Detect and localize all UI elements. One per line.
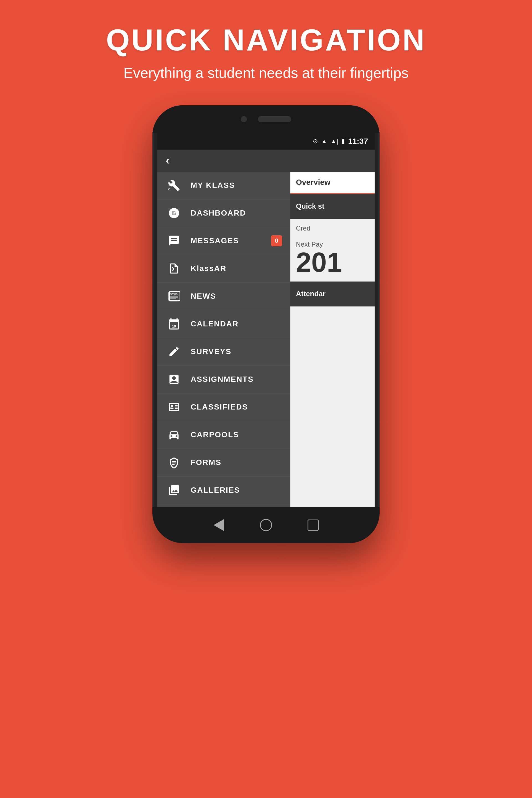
sidebar-item-dashboard[interactable]: DASHBOARD bbox=[157, 200, 290, 227]
app-toolbar: ‹ bbox=[157, 150, 375, 172]
messages-icon bbox=[166, 232, 182, 249]
screen-content: MY KLASS DASHBOARD bbox=[157, 172, 375, 507]
page-subtitle: Everything a student needs at their fing… bbox=[106, 63, 426, 83]
attendance-block: Attendar bbox=[290, 282, 375, 306]
quick-start-block: Quick st bbox=[290, 194, 375, 219]
speaker-grille bbox=[258, 116, 291, 122]
calendar-label: CALENDAR bbox=[191, 320, 282, 328]
attendance-label: Attendar bbox=[296, 289, 326, 298]
page-header: QUICK NAVIGATION Everything a student ne… bbox=[106, 22, 426, 83]
sidebar-item-forms[interactable]: FORMS bbox=[157, 449, 290, 477]
news-label: NEWS bbox=[191, 292, 282, 301]
sidebar-item-galleries[interactable]: GALLERIES bbox=[157, 477, 290, 504]
signal-icon: ▲| bbox=[330, 138, 338, 145]
sidebar-item-classifieds[interactable]: CLASSIFIEDS bbox=[157, 394, 290, 421]
dashboard-icon bbox=[166, 205, 182, 222]
back-button[interactable]: ‹ bbox=[166, 154, 169, 167]
app-panel: Overview Quick st Cred Next Pay 201 Atte… bbox=[290, 172, 375, 507]
messages-label: MESSAGES bbox=[191, 236, 271, 245]
svg-point-1 bbox=[173, 212, 175, 214]
page-title: QUICK NAVIGATION bbox=[106, 22, 426, 57]
carpools-icon bbox=[166, 426, 182, 443]
quick-start-label: Quick st bbox=[296, 202, 324, 211]
galleries-label: GALLERIES bbox=[191, 486, 282, 495]
forms-icon bbox=[166, 454, 182, 471]
next-pay-section: Next Pay 201 bbox=[290, 238, 375, 279]
classifieds-icon bbox=[166, 399, 182, 415]
sidebar-item-assignments[interactable]: ASSIGNMENTS bbox=[157, 366, 290, 394]
classifieds-label: CLASSIFIEDS bbox=[191, 403, 282, 412]
klassar-icon bbox=[166, 260, 182, 277]
sidebar-item-calendar[interactable]: 10 CALENDAR bbox=[157, 310, 290, 338]
clock: 11:37 bbox=[348, 137, 368, 146]
svg-point-10 bbox=[171, 405, 173, 407]
phone-frame: ⊘ ▲ ▲| ▮ 11:37 ‹ bbox=[152, 105, 380, 543]
forms-label: FORMS bbox=[191, 458, 282, 467]
status-bar: ⊘ ▲ ▲| ▮ 11:37 bbox=[157, 133, 375, 150]
next-pay-value: 201 bbox=[296, 248, 369, 276]
credit-section: Cred bbox=[290, 219, 375, 238]
svg-text:10: 10 bbox=[172, 324, 176, 328]
svg-text:NEWS: NEWS bbox=[170, 293, 177, 296]
my-klass-icon bbox=[166, 177, 182, 194]
surveys-icon bbox=[166, 343, 182, 360]
status-icons: ⊘ ▲ ▲| ▮ 11:37 bbox=[313, 137, 368, 146]
recents-nav-button[interactable] bbox=[306, 518, 320, 532]
phone-bottom-bar bbox=[152, 507, 380, 543]
klassar-label: KlassAR bbox=[191, 264, 282, 273]
no-sim-icon: ⊘ bbox=[313, 138, 318, 145]
galleries-icon bbox=[166, 482, 182, 498]
news-icon: NEWS bbox=[166, 288, 182, 305]
messages-badge: 0 bbox=[271, 235, 282, 246]
dashboard-label: DASHBOARD bbox=[191, 209, 282, 217]
credit-label: Cred bbox=[296, 225, 310, 232]
app-panel-header: Overview bbox=[290, 172, 375, 194]
calendar-icon: 10 bbox=[166, 316, 182, 332]
battery-icon: ▮ bbox=[341, 138, 345, 145]
back-nav-button[interactable] bbox=[212, 518, 226, 532]
home-nav-button[interactable] bbox=[259, 518, 273, 532]
sidebar-item-messages[interactable]: MESSAGES 0 bbox=[157, 227, 290, 255]
home-circle-icon bbox=[260, 519, 272, 531]
sidebar-item-my-klass[interactable]: MY KLASS bbox=[157, 172, 290, 200]
sidebar-item-carpools[interactable]: CARPOOLS bbox=[157, 421, 290, 449]
surveys-label: SURVEYS bbox=[191, 347, 282, 356]
sidebar-item-surveys[interactable]: SURVEYS bbox=[157, 338, 290, 366]
sidebar-item-more[interactable]: ... bbox=[157, 504, 290, 507]
nav-drawer: MY KLASS DASHBOARD bbox=[157, 172, 290, 507]
assignments-label: ASSIGNMENTS bbox=[191, 375, 282, 384]
back-triangle-icon bbox=[214, 519, 224, 531]
recents-square-icon bbox=[307, 519, 319, 531]
carpools-label: CARPOOLS bbox=[191, 430, 282, 439]
assignments-icon bbox=[166, 371, 182, 388]
camera-icon bbox=[241, 116, 247, 122]
phone-top-bezel bbox=[152, 105, 380, 133]
phone-screen: ⊘ ▲ ▲| ▮ 11:37 ‹ bbox=[157, 133, 375, 507]
sidebar-item-klassar[interactable]: KlassAR bbox=[157, 255, 290, 283]
overview-tab[interactable]: Overview bbox=[296, 178, 330, 187]
sidebar-item-news[interactable]: NEWS NEWS bbox=[157, 283, 290, 310]
wifi-icon: ▲ bbox=[321, 138, 327, 145]
my-klass-label: MY KLASS bbox=[191, 181, 282, 190]
